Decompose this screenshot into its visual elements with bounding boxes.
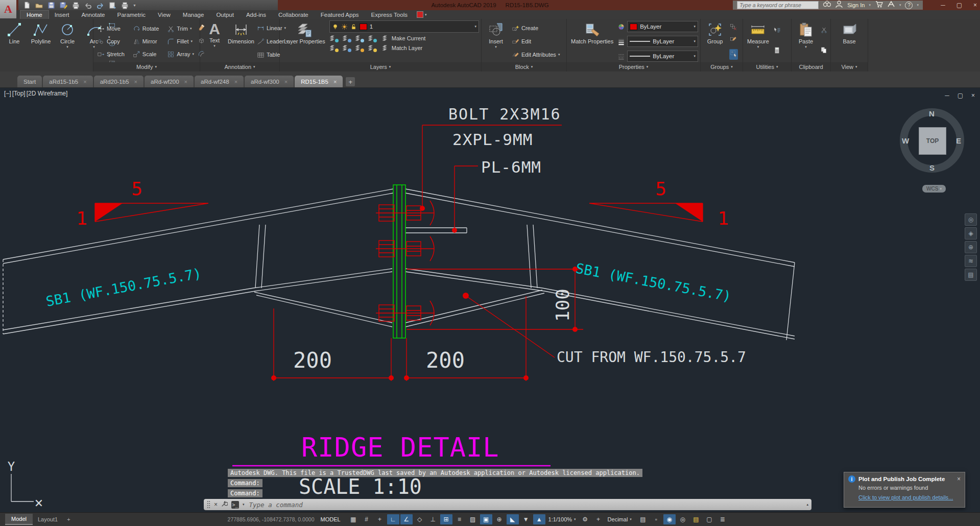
file-tab-start[interactable]: Start [17, 76, 42, 87]
base-view-button[interactable]: Base [837, 20, 862, 62]
viewport-menu-control[interactable]: [−] [4, 90, 11, 97]
copy-button[interactable]: Copy [95, 35, 126, 48]
text-button[interactable]: AText▾ [202, 20, 227, 62]
panel-title-annotation[interactable]: Annotation▾ [200, 62, 279, 71]
polar-tracking-toggle[interactable]: ∠ [400, 514, 413, 524]
wcs-menu[interactable]: WCS▾ [922, 185, 946, 193]
create-block-button[interactable]: Create [510, 24, 561, 33]
snap-mode-toggle[interactable]: # [361, 514, 373, 524]
edit-block-button[interactable]: Edit [510, 37, 561, 46]
lock-ui-toggle[interactable]: ▫ [650, 514, 662, 524]
ortho-mode-toggle[interactable]: ∟ [387, 514, 399, 524]
grid-display-toggle[interactable]: ▦ [347, 514, 360, 524]
isolate-objects-toggle[interactable]: ◉ [663, 514, 676, 524]
file-tab-rd15-1b5[interactable]: RD15-1B5× [295, 76, 343, 87]
autocad-logo-icon[interactable]: A [0, 0, 16, 18]
model-tab[interactable]: Model [5, 514, 33, 525]
dynamic-input-toggle[interactable]: + [374, 514, 386, 524]
quick-properties-toggle[interactable]: ▤ [637, 514, 649, 524]
rotate-button[interactable]: Rotate [131, 22, 160, 35]
viewcube-east[interactable]: E [956, 136, 961, 145]
ungroup-button[interactable] [729, 23, 738, 33]
ribbon-tab-add-ins[interactable]: Add-ins [240, 11, 272, 19]
save-icon[interactable] [47, 1, 55, 9]
clean-screen-toggle[interactable]: ▢ [703, 514, 715, 524]
polyline-button[interactable]: Polyline [29, 20, 53, 79]
viewport-visual-style-control[interactable]: [2D Wireframe] [27, 90, 68, 97]
layer-dropdown[interactable]: 1 ▾ [329, 20, 479, 33]
ribbon-tab-insert[interactable]: Insert [49, 11, 76, 19]
stretch-button[interactable]: Stretch [95, 48, 126, 61]
object-color-dropdown[interactable]: ByLayer ▾ [627, 21, 698, 32]
plot-icon[interactable] [71, 1, 80, 9]
measure-button[interactable]: Measure▾ [745, 20, 771, 62]
file-tab-ard-wf248[interactable]: aRd-wf248× [195, 76, 244, 87]
array-button[interactable]: Array▾ [165, 48, 196, 61]
autodesk-apps-icon[interactable] [887, 0, 895, 11]
help-caret[interactable]: ▾ [917, 3, 919, 7]
help-icon[interactable]: ? [905, 2, 913, 9]
file-tab-ard20-1b5[interactable]: aRd20-1b5× [94, 76, 144, 87]
ribbon-tab-home[interactable]: Home [20, 11, 49, 19]
object-snap-tracking-toggle[interactable]: ⊥ [427, 514, 439, 524]
panel-title-block[interactable]: Block▾ [482, 62, 566, 71]
lineweight-display-toggle[interactable]: ≡ [453, 514, 466, 524]
panel-title-utilities[interactable]: Utilities▾ [743, 62, 791, 71]
open-file-icon[interactable] [35, 1, 43, 9]
signin-person-icon[interactable] [835, 0, 843, 11]
new-drawing-tab-button[interactable]: + [346, 77, 355, 86]
layout1-tab[interactable]: Layout1 [33, 514, 63, 524]
apps-caret[interactable]: ▾ [899, 3, 901, 7]
command-bar-grip[interactable] [207, 500, 210, 509]
app-store-cart-icon[interactable] [875, 0, 883, 11]
panel-title-clipboard[interactable]: Clipboard [792, 62, 830, 71]
insert-block-button[interactable]: Insert▾ [484, 20, 508, 62]
viewport-view-control[interactable]: [Top] [12, 90, 26, 97]
orbit-icon[interactable]: ≋ [965, 255, 977, 267]
search-icon[interactable] [823, 0, 831, 11]
command-bar[interactable]: × >_ ▾ ▴ [204, 499, 811, 510]
viewport-minimize-button[interactable]: ─ [945, 92, 949, 99]
dynamic-ucs-toggle[interactable]: ◣ [507, 514, 519, 524]
selection-filtering-toggle[interactable]: ▼ [520, 514, 532, 524]
file-tab-close-icon[interactable]: × [184, 79, 187, 85]
command-customize-icon[interactable] [221, 500, 228, 509]
notification-details-link[interactable]: Click to view plot and publish details..… [858, 494, 953, 500]
plot-notification-toggle[interactable]: ▤ [690, 514, 702, 524]
linetype-icon[interactable] [617, 53, 625, 60]
linetype-dropdown[interactable]: ByLayer ▾ [627, 51, 698, 62]
viewport-close-button[interactable]: × [971, 92, 975, 99]
3d-object-snap-toggle[interactable]: ⊕ [493, 514, 506, 524]
viewcube-west[interactable]: W [902, 136, 909, 145]
layer-unisolate-button[interactable] [342, 44, 351, 52]
selection-cycling-toggle[interactable]: ▣ [480, 514, 492, 524]
pan-icon[interactable]: ◈ [965, 227, 977, 240]
move-button[interactable]: Move [95, 22, 126, 35]
line-button[interactable]: Line [2, 20, 27, 79]
file-tab-close-icon[interactable]: × [134, 79, 137, 85]
transparency-toggle[interactable]: ▨ [467, 514, 479, 524]
notification-close-icon[interactable]: × [957, 475, 961, 483]
ribbon-tab-output[interactable]: Output [210, 11, 240, 19]
workspace-gear-toggle[interactable]: ⚙ [579, 514, 591, 524]
file-tab-close-icon[interactable]: × [83, 79, 86, 85]
panel-title-groups[interactable]: Groups▾ [701, 62, 743, 71]
full-navigation-wheel-icon[interactable]: ◎ [965, 213, 977, 226]
showmotion-icon[interactable]: ▤ [965, 269, 977, 281]
command-prompt-icon[interactable]: >_ [231, 501, 239, 509]
redo-icon[interactable] [96, 1, 104, 9]
file-tab-ard15-1b5[interactable]: aRd15-1b5× [43, 76, 92, 87]
ribbon-tab-collaborate[interactable]: Collaborate [272, 11, 315, 19]
layer-on-button[interactable] [329, 44, 338, 52]
sign-in-button[interactable]: Sign In [847, 2, 865, 8]
ribbon-tab-annotate[interactable]: Annotate [75, 11, 111, 19]
layer-thaw-button[interactable] [355, 44, 364, 52]
graphics-performance-toggle[interactable]: ◎ [677, 514, 689, 524]
viewcube-top-face[interactable]: TOP [919, 127, 946, 155]
group-selection-toggle[interactable] [729, 49, 738, 60]
annotation-visibility-toggle[interactable]: ▲ [533, 514, 545, 524]
scale-button[interactable]: Scale [131, 48, 160, 61]
ribbon-tab-manage[interactable]: Manage [177, 11, 210, 19]
print-preview-icon[interactable] [121, 1, 129, 9]
layer-off-button[interactable] [329, 34, 338, 42]
